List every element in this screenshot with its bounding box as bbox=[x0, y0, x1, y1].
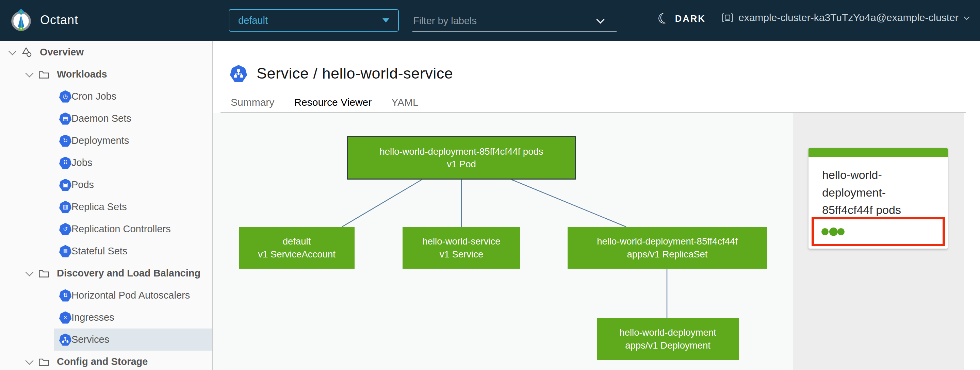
pods-icon: ▣ bbox=[59, 179, 72, 191]
sidebar-item-label: Discovery and Load Balancing bbox=[57, 268, 200, 279]
sidebar-item-label: Replica Sets bbox=[72, 201, 127, 213]
sidebar-item-cron-jobs[interactable]: ◷Cron Jobs bbox=[54, 85, 212, 108]
cluster-icon bbox=[721, 11, 733, 24]
sidebar-item-label: Replication Controllers bbox=[72, 224, 171, 235]
horizontal-pod-autoscalers-icon: ⇅ bbox=[59, 289, 72, 302]
graph-node-service-account[interactable]: defaultv1 ServiceAccount bbox=[239, 227, 355, 268]
sidebar-item-pods[interactable]: ▣Pods bbox=[54, 174, 212, 196]
card-status-bar bbox=[808, 148, 948, 157]
card-title: hello-world-deployment-85ff4cf44f pods bbox=[808, 157, 948, 219]
chevron-down-icon[interactable] bbox=[8, 47, 16, 55]
sidebar-item-config-and-storage[interactable]: Config and Storage bbox=[0, 351, 212, 370]
sidebar-item-replica-sets[interactable]: ▥Replica Sets bbox=[54, 196, 212, 218]
node-kind: apps/v1 ReplicaSet bbox=[627, 248, 708, 260]
sidebar-item-discovery-and-load-balancing[interactable]: Discovery and Load Balancing bbox=[0, 262, 212, 284]
chevron-down-icon[interactable] bbox=[25, 69, 33, 77]
page-title: Service / hello-world-service bbox=[256, 65, 453, 82]
pod-status-box[interactable] bbox=[811, 217, 945, 246]
sidebar-item-label: Daemon Sets bbox=[72, 113, 131, 124]
octant-logo-icon bbox=[9, 8, 33, 33]
sidebar-item-replication-controllers[interactable]: ↺Replication Controllers bbox=[54, 218, 212, 240]
sidebar-item-workloads[interactable]: Workloads bbox=[0, 63, 212, 85]
sidebar-item-deployments[interactable]: ↻Deployments bbox=[54, 130, 212, 152]
pod-status-dot bbox=[829, 227, 838, 236]
graph-node-service[interactable]: hello-world-servicev1 Service bbox=[402, 227, 520, 268]
filter-labels-input[interactable] bbox=[412, 15, 598, 27]
sidebar-item-ingresses[interactable]: ×Ingresses bbox=[54, 306, 212, 329]
node-kind: apps/v1 Deployment bbox=[625, 339, 711, 352]
sidebar-item-jobs[interactable]: ⠿Jobs bbox=[54, 152, 212, 174]
namespace-select[interactable]: default bbox=[229, 9, 399, 32]
sidebar-item-services[interactable]: Services bbox=[54, 329, 212, 351]
header-bar: Octant default ☾ DARK example-cluster-ka… bbox=[0, 0, 980, 41]
node-kind: v1 Service bbox=[440, 248, 483, 260]
chevron-down-icon[interactable] bbox=[25, 268, 33, 276]
pod-status-dot bbox=[837, 228, 845, 235]
graph-node-pod[interactable]: hello-world-deployment-85ff4cf44f podsv1… bbox=[347, 136, 576, 179]
sidebar-item-overview[interactable]: Overview bbox=[0, 41, 212, 63]
stateful-sets-icon: ≣ bbox=[59, 245, 72, 257]
graph-node-deployment[interactable]: hello-world-deploymentapps/v1 Deployment bbox=[597, 318, 739, 360]
chevron-down-icon bbox=[964, 14, 969, 20]
sidebar-nav: OverviewWorkloads◷Cron Jobs▤Daemon Sets↻… bbox=[0, 41, 213, 370]
sidebar-item-label: Overview bbox=[40, 47, 84, 58]
chevron-down-icon[interactable] bbox=[596, 15, 605, 24]
pod-status-dot bbox=[821, 228, 829, 235]
cluster-context-label: example-cluster-ka3TuTzYo4a@example-clus… bbox=[738, 12, 959, 24]
sidebar-item-label: Jobs bbox=[72, 157, 92, 168]
node-name: hello-world-deployment-85ff4cf44f pods bbox=[379, 145, 543, 158]
overview-icon bbox=[21, 46, 33, 58]
daemon-sets-icon: ▤ bbox=[59, 113, 72, 125]
page-title-row: Service / hello-world-service bbox=[230, 65, 453, 82]
moon-icon: ☾ bbox=[656, 10, 672, 27]
sidebar-item-horizontal-pod-autoscalers[interactable]: ⇅Horizontal Pod Autoscalers bbox=[54, 284, 212, 306]
jobs-icon: ⠿ bbox=[59, 157, 72, 169]
node-name: hello-world-deployment-85ff4cf44f bbox=[597, 235, 738, 248]
label-filter bbox=[412, 10, 617, 32]
sidebar-item-label: Ingresses bbox=[72, 312, 115, 323]
sidebar-item-label: Services bbox=[72, 334, 109, 345]
resource-viewer-graph: hello-world-deployment-85ff4cf44f podsv1… bbox=[213, 113, 793, 370]
node-kind: v1 ServiceAccount bbox=[258, 248, 336, 260]
sidebar-item-label: Horizontal Pod Autoscalers bbox=[72, 290, 190, 301]
sidebar-item-label: Config and Storage bbox=[57, 356, 148, 367]
resource-summary-card[interactable]: hello-world-deployment-85ff4cf44f pods bbox=[808, 148, 948, 249]
node-name: hello-world-service bbox=[422, 235, 500, 248]
replica-sets-icon: ▥ bbox=[59, 201, 72, 213]
cron-jobs-icon: ◷ bbox=[59, 91, 72, 103]
sidebar-item-label: Pods bbox=[72, 179, 94, 191]
sidebar-item-label: Cron Jobs bbox=[72, 91, 116, 102]
namespace-select-value: default bbox=[238, 15, 268, 26]
deployments-icon: ↻ bbox=[59, 135, 72, 147]
services-icon bbox=[59, 333, 72, 346]
sidebar-item-daemon-sets[interactable]: ▤Daemon Sets bbox=[54, 108, 212, 130]
graph-node-replica-set[interactable]: hello-world-deployment-85ff4cf44fapps/v1… bbox=[568, 227, 767, 268]
service-icon bbox=[230, 65, 247, 82]
replication-controllers-icon: ↺ bbox=[59, 223, 72, 235]
node-name: hello-world-deployment bbox=[619, 326, 716, 339]
folder-icon bbox=[38, 356, 50, 368]
app-title: Octant bbox=[40, 13, 78, 27]
folder-icon bbox=[38, 68, 50, 81]
cluster-context-selector[interactable]: example-cluster-ka3TuTzYo4a@example-clus… bbox=[721, 11, 969, 24]
node-kind: v1 Pod bbox=[447, 158, 476, 170]
detail-panel: hello-world-deployment-85ff4cf44f pods bbox=[793, 113, 964, 370]
ingresses-icon: × bbox=[59, 311, 72, 324]
sidebar-item-label: Deployments bbox=[72, 135, 129, 146]
graph-edge bbox=[342, 179, 422, 227]
node-name: default bbox=[283, 235, 311, 248]
sidebar-item-label: Stateful Sets bbox=[72, 246, 127, 257]
chevron-down-icon[interactable] bbox=[25, 356, 33, 365]
sidebar-item-stateful-sets[interactable]: ≣Stateful Sets bbox=[54, 240, 212, 262]
caret-down-icon bbox=[382, 18, 389, 22]
octant-app: Octant default ☾ DARK example-cluster-ka… bbox=[0, 0, 980, 370]
graph-edge bbox=[511, 179, 626, 227]
sidebar-item-label: Workloads bbox=[57, 69, 107, 80]
dark-mode-label: DARK bbox=[675, 14, 706, 24]
folder-icon bbox=[38, 267, 50, 279]
dark-mode-toggle[interactable]: ☾ DARK bbox=[657, 11, 706, 26]
